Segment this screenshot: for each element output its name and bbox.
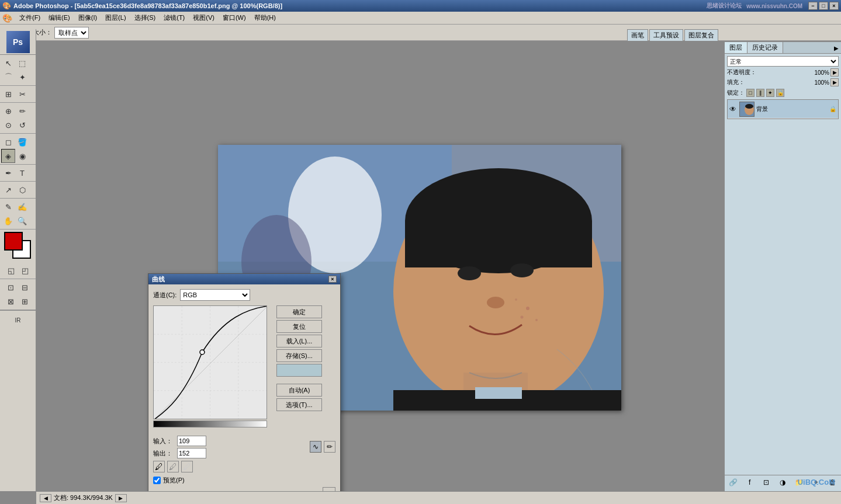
blend-mode-select[interactable]: 正常 [727, 56, 839, 67]
menu-help[interactable]: 帮助(H) [251, 12, 279, 23]
site-url: www.nissvuhn.COM [746, 3, 802, 9]
screen-mode-btn3[interactable]: ⊠ [4, 294, 18, 308]
svg-rect-7 [405, 221, 592, 267]
opacity-row: 不透明度： 100% ▶ [727, 68, 839, 77]
sample-size-select[interactable]: 取样点 [54, 27, 89, 39]
tool-brush[interactable]: ✏ [15, 104, 29, 118]
tool-shape[interactable]: ⬡ [15, 183, 29, 197]
curves-save-button[interactable]: 存储(S)... [276, 349, 322, 362]
status-prev-button[interactable]: ◀ [40, 494, 51, 502]
view-tools: ✎ ✍ ✋ 🔍 [0, 199, 36, 230]
layer-visibility-toggle[interactable]: 👁 [729, 105, 738, 113]
layer-mask-button[interactable]: ⊡ [761, 477, 771, 488]
menu-layer[interactable]: 图层(L) [102, 12, 129, 23]
tool-fill[interactable]: 🪣 [15, 135, 29, 149]
tool-marquee[interactable]: ⬚ [15, 56, 29, 70]
curves-auto-button[interactable]: 自动(A) [276, 384, 322, 397]
curves-black-eyedropper[interactable]: 🖊 [153, 461, 165, 472]
tool-crop[interactable]: ⊞ [1, 87, 15, 101]
curves-ok-button[interactable]: 确定 [276, 305, 322, 318]
curves-close-button[interactable]: × [328, 276, 337, 283]
tool-blur[interactable]: ◉ [15, 149, 29, 163]
lock-position-icon[interactable]: ✦ [766, 89, 774, 97]
curves-load-button[interactable]: 载入(L)... [276, 335, 322, 347]
menu-view[interactable]: 视图(V) [189, 12, 218, 23]
tab-history[interactable]: 历史记录 [747, 42, 783, 53]
fill-arrow[interactable]: ▶ [830, 78, 839, 86]
tool-eyedropper[interactable]: ✍ [15, 200, 29, 214]
screen-mode-btn2[interactable]: ⊟ [18, 280, 32, 294]
tool-eraser[interactable]: ◻ [1, 135, 15, 149]
curves-reset-button[interactable]: 复位 [276, 320, 322, 333]
layer-effects-button[interactable]: f [745, 477, 755, 488]
tool-pen[interactable]: ✒ [1, 166, 15, 180]
menu-select[interactable]: 选择(S) [131, 12, 160, 23]
tool-notes[interactable]: ✎ [1, 200, 15, 214]
tab-brush[interactable]: 画笔 [627, 29, 648, 41]
layer-thumbnail [739, 102, 755, 117]
tool-lasso[interactable]: ⌒ [1, 70, 15, 84]
curves-graph[interactable] [153, 305, 267, 419]
close-button[interactable]: × [829, 2, 839, 10]
tab-layer-comp[interactable]: 图层复合 [684, 29, 718, 41]
layer-adjustment-button[interactable]: ◑ [777, 477, 788, 488]
lock-all-icon[interactable]: 🔒 [776, 89, 784, 97]
menu-filter[interactable]: 滤镜(T) [160, 12, 188, 23]
curves-white-eyedropper[interactable]: 🖊 [181, 461, 193, 472]
screen-mode-btn4[interactable]: ⊞ [18, 294, 32, 308]
jump-to-imageready[interactable]: IR [0, 310, 36, 329]
curves-curve-tool[interactable]: ∿ [310, 441, 321, 453]
tool-clone[interactable]: ⊙ [1, 118, 15, 132]
tool-dodge[interactable]: ◈ [1, 149, 15, 163]
svg-rect-14 [475, 387, 522, 399]
tool-hand[interactable]: ✋ [1, 214, 15, 228]
curves-input-field[interactable] [177, 436, 206, 446]
tool-path-select[interactable]: ↗ [1, 183, 15, 197]
svg-point-16 [521, 316, 524, 319]
menu-image[interactable]: 图像(I) [75, 12, 101, 23]
quick-mask-mode[interactable]: ◱ [4, 263, 18, 277]
right-panels: 图层 历史记录 ▶ 正常 不透明度： 100% ▶ 填充： [724, 42, 841, 491]
foreground-color-swatch[interactable] [4, 232, 23, 251]
toolbar-logo: Ps [0, 29, 36, 55]
layer-link-button[interactable]: 🔗 [728, 477, 738, 488]
opacity-arrow[interactable]: ▶ [830, 68, 839, 77]
curves-main-row: 确定 复位 载入(L)... 存储(S)... 自动(A) 选项(T)... [153, 305, 335, 419]
curves-gray-eyedropper[interactable]: 🖊 [167, 461, 179, 472]
tool-type[interactable]: T [15, 166, 29, 180]
status-next-button[interactable]: ▶ [115, 494, 127, 502]
curves-blank-button [276, 364, 322, 377]
tool-move[interactable]: ↖ [1, 56, 15, 70]
tab-layers[interactable]: 图层 [725, 42, 747, 53]
tool-magic-wand[interactable]: ✦ [15, 70, 29, 84]
title-bar-left: 🎨 Adobe Photoshop - [5ab5c9ea15ce36d3fe8… [2, 2, 282, 10]
standard-mode[interactable]: ◰ [18, 263, 32, 277]
app-icon: 🎨 [2, 2, 11, 10]
imageready-btn[interactable]: IR [11, 313, 25, 327]
svg-point-15 [526, 307, 529, 310]
menu-file[interactable]: 文件(F) [16, 12, 44, 23]
curves-channel-select[interactable]: RGB 红 绿 蓝 [180, 289, 250, 301]
menu-window[interactable]: 窗口(W) [219, 12, 250, 23]
curves-preview-row: 预览(P) [153, 476, 335, 485]
curves-options-button[interactable]: 选项(T)... [276, 398, 322, 411]
curves-preview-label: 预览(P) [163, 476, 185, 485]
layer-background[interactable]: 👁 背景 🔒 [728, 100, 838, 119]
tab-tool-preset[interactable]: 工具预设 [649, 29, 683, 41]
lock-transparent-icon[interactable]: □ [746, 89, 755, 97]
curves-preview-checkbox[interactable] [153, 477, 161, 484]
tool-history-brush[interactable]: ↺ [15, 118, 29, 132]
curves-output-field[interactable] [177, 448, 206, 458]
screen-mode-btn[interactable]: ⊡ [4, 280, 18, 294]
panel-menu-icon[interactable]: ▶ [832, 42, 841, 54]
curves-bottom-icon[interactable]: ⊞ [323, 487, 335, 491]
curves-pencil-tool[interactable]: ✏ [324, 441, 335, 453]
tool-slice[interactable]: ✂ [15, 87, 29, 101]
restore-button[interactable]: □ [819, 2, 828, 10]
tool-zoom[interactable]: 🔍 [15, 214, 29, 228]
menu-edit[interactable]: 编辑(E) [45, 12, 74, 23]
lock-image-icon[interactable]: ∥ [756, 89, 764, 97]
tool-healing[interactable]: ⊕ [1, 104, 15, 118]
color-swatch[interactable] [4, 232, 32, 260]
minimize-button[interactable]: − [808, 2, 818, 10]
